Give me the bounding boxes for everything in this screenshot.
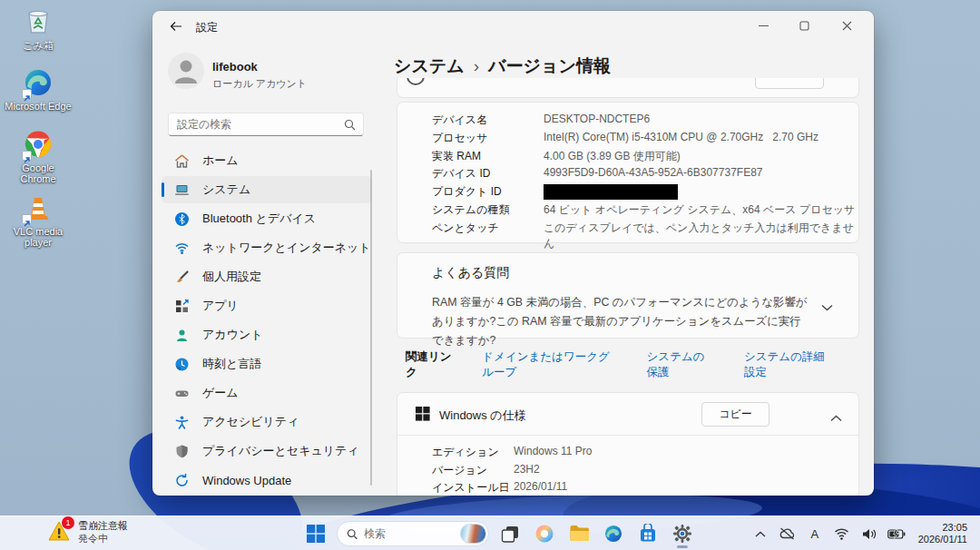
settings-window: 設定 lifebook ローカル アカウント ホーム システム Bluetoot… bbox=[152, 11, 874, 496]
settings-search-input[interactable] bbox=[177, 113, 338, 135]
sidebar-item-accounts[interactable]: アカウント bbox=[162, 321, 372, 349]
sidebar-item-apps[interactable]: アプリ bbox=[162, 292, 372, 319]
desktop-icon-chrome[interactable]: Google Chrome bbox=[4, 129, 73, 184]
sidebar-item-label: プライバシーとセキュリティ bbox=[202, 443, 359, 459]
spec-row: デバイス名DESKTOP-NDCTEP6 bbox=[432, 113, 858, 131]
sidebar-scrollbar[interactable] bbox=[370, 170, 372, 486]
link-domain-workgroup[interactable]: ドメインまたはワークグループ bbox=[482, 349, 615, 380]
sidebar-item-label: 時刻と言語 bbox=[202, 356, 261, 372]
taskbar-search-input[interactable] bbox=[364, 527, 460, 540]
back-button[interactable] bbox=[163, 16, 189, 38]
account-icon bbox=[174, 328, 190, 343]
taskbar: 1 雪崩注意報 発令中 bbox=[0, 516, 980, 550]
sidebar-item-accessibility[interactable]: アクセシビリティ bbox=[162, 408, 372, 436]
spec-row: 実装 RAM4.00 GB (3.89 GB 使用可能) bbox=[432, 149, 858, 167]
widget-subtext: 発令中 bbox=[78, 532, 128, 545]
widget-headline: 雪崩注意報 bbox=[78, 519, 128, 532]
faq-card[interactable]: よくある質問 RAM 容量が 4 GB 未満の場合、PC のパフォーマンスにどの… bbox=[397, 252, 859, 339]
copilot-icon bbox=[534, 524, 554, 544]
search-icon bbox=[347, 528, 358, 540]
search-icon bbox=[344, 118, 356, 134]
sidebar-item-label: 個人用設定 bbox=[202, 269, 261, 285]
related-links-row: 関連リンク ドメインまたはワークグループ システムの保護 システムの詳細設定 bbox=[397, 347, 860, 383]
related-links-label: 関連リンク bbox=[406, 349, 453, 380]
recycle-bin-icon bbox=[23, 5, 54, 36]
shortcut-arrow-icon bbox=[22, 214, 32, 224]
windows-spec-title: Windows の仕様 bbox=[439, 408, 526, 424]
brush-icon bbox=[174, 270, 190, 285]
widgets-button[interactable]: 1 雪崩注意報 発令中 bbox=[47, 519, 128, 545]
home-icon bbox=[174, 153, 190, 169]
sidebar-item-bluetooth-devices[interactable]: Bluetooth とデバイス bbox=[162, 205, 372, 232]
spec-row: ペンとタッチこのディスプレイでは、ペン入力とタッチ入力は利用できません bbox=[432, 221, 858, 239]
spec-row: システムの種類64 ビット オペレーティング システム、x64 ベース プロセッ… bbox=[432, 202, 858, 221]
battery-icon[interactable] bbox=[886, 522, 907, 545]
wifi-icon bbox=[174, 241, 190, 256]
onedrive-paused-icon[interactable] bbox=[777, 522, 799, 545]
spec-row-product-id: プロダクト ID bbox=[432, 184, 858, 202]
divider bbox=[397, 435, 858, 436]
sidebar-item-personalization[interactable]: 個人用設定 bbox=[162, 263, 372, 290]
desktop-icon-vlc[interactable]: VLC media player bbox=[4, 192, 73, 248]
close-button[interactable] bbox=[827, 11, 867, 40]
settings-button[interactable] bbox=[669, 520, 696, 547]
breadcrumb-separator: › bbox=[474, 56, 479, 75]
avatar[interactable] bbox=[168, 53, 204, 89]
window-title: 設定 bbox=[196, 20, 218, 35]
breadcrumb-parent[interactable]: システム bbox=[394, 56, 465, 75]
edge-button[interactable] bbox=[600, 520, 627, 547]
notification-badge: 1 bbox=[62, 516, 74, 529]
winspec-row: エディションWindows 11 Pro bbox=[432, 445, 592, 463]
sidebar-item-label: ネットワークとインターネット bbox=[202, 240, 371, 256]
edge-icon bbox=[603, 524, 623, 544]
wifi-status-icon[interactable] bbox=[831, 522, 853, 545]
sidebar-nav: ホーム システム Bluetooth とデバイス ネットワークとインターネット … bbox=[162, 147, 372, 496]
start-button[interactable] bbox=[302, 520, 329, 547]
sidebar-item-label: Bluetooth とデバイス bbox=[202, 211, 316, 227]
settings-search-box[interactable] bbox=[168, 113, 364, 136]
clock[interactable]: 23:05 2026/01/11 bbox=[913, 522, 973, 545]
sidebar-item-system[interactable]: システム bbox=[162, 176, 372, 203]
clock-icon bbox=[174, 357, 190, 372]
selected-accent-bar bbox=[162, 182, 164, 197]
sidebar-item-network-internet[interactable]: ネットワークとインターネット bbox=[162, 234, 372, 261]
breadcrumb: システム›バージョン情報 bbox=[394, 54, 611, 78]
copy-button[interactable]: コピー bbox=[701, 402, 769, 427]
chevron-up-icon[interactable] bbox=[830, 409, 842, 426]
sidebar-item-windows-update[interactable]: Windows Update bbox=[162, 467, 372, 494]
gamepad-icon bbox=[174, 386, 190, 401]
clipped-device-card bbox=[397, 78, 859, 98]
sidebar-item-gaming[interactable]: ゲーム bbox=[162, 379, 372, 407]
microsoft-store-button[interactable] bbox=[634, 520, 662, 547]
clipped-rename-button[interactable] bbox=[755, 78, 824, 89]
tray-overflow-chevron[interactable] bbox=[750, 522, 771, 545]
copilot-button[interactable] bbox=[531, 520, 558, 547]
file-explorer-icon bbox=[569, 525, 590, 543]
link-advanced-system-settings[interactable]: システムの詳細設定 bbox=[744, 349, 829, 380]
sidebar-item-label: アプリ bbox=[202, 298, 239, 314]
desktop-icon-edge[interactable]: Microsoft Edge bbox=[4, 67, 73, 112]
chevron-down-icon[interactable] bbox=[821, 299, 833, 315]
sidebar-item-label: システム bbox=[202, 182, 250, 198]
system-icon bbox=[174, 182, 190, 198]
taskbar-search-box[interactable] bbox=[337, 521, 489, 546]
volume-icon[interactable] bbox=[858, 522, 880, 545]
task-view-button[interactable] bbox=[496, 520, 524, 547]
titlebar[interactable]: 設定 bbox=[152, 11, 874, 44]
ime-mode-indicator[interactable]: A bbox=[804, 522, 826, 545]
desktop-icon-recycle-bin[interactable]: ごみ箱 bbox=[4, 5, 73, 53]
file-explorer-button[interactable] bbox=[565, 520, 593, 547]
shield-icon bbox=[174, 444, 190, 459]
chrome-icon bbox=[23, 129, 54, 160]
settings-gear-icon bbox=[672, 524, 692, 544]
sidebar-item-time-language[interactable]: 時刻と言語 bbox=[162, 350, 372, 378]
windows-spec-header[interactable]: Windows の仕様 コピー bbox=[397, 393, 858, 435]
maximize-button[interactable] bbox=[784, 11, 824, 40]
link-system-protection[interactable]: システムの保護 bbox=[647, 349, 713, 380]
desktop-icon-label: Google Chrome bbox=[4, 162, 73, 184]
sidebar-item-privacy-security[interactable]: プライバシーとセキュリティ bbox=[162, 437, 372, 465]
minimize-button[interactable] bbox=[743, 11, 783, 40]
breadcrumb-current: バージョン情報 bbox=[488, 56, 611, 75]
sidebar-item-home[interactable]: ホーム bbox=[162, 147, 372, 174]
bluetooth-icon bbox=[174, 211, 190, 227]
